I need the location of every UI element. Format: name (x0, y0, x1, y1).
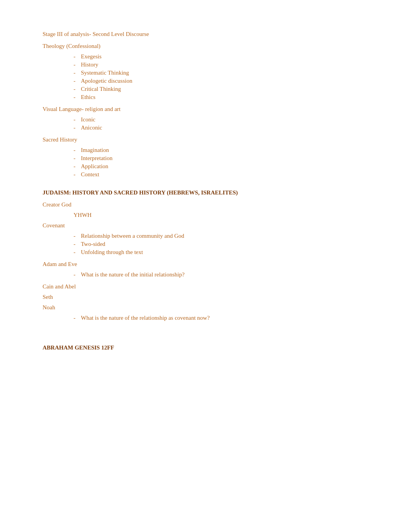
list-item: -Application (74, 163, 372, 170)
adam-eve-block: Adam and Eve -What is the nature of the … (43, 261, 372, 278)
abraham-block: ABRAHAM GENESIS 12FF (43, 344, 372, 351)
dash-icon: - (74, 86, 75, 92)
dash-icon: - (74, 78, 75, 84)
list-item: -History (74, 61, 372, 68)
theology-block: Theology (Confessional) -Exegesis -Histo… (43, 43, 372, 101)
dash-icon: - (74, 53, 75, 60)
stage-heading: Stage III of analysis- Second Level Disc… (43, 31, 372, 38)
list-item: -Critical Thinking (74, 86, 372, 92)
judaism-heading-block: JUDAISM: HISTORY AND SACRED HISTORY (HEB… (43, 189, 372, 196)
adam-eve-list: -What is the nature of the initial relat… (43, 271, 372, 278)
sacred-history-list: -Imagination -Interpretation -Applicatio… (43, 147, 372, 178)
list-item: -Systematic Thinking (74, 70, 372, 76)
dash-icon: - (74, 124, 75, 131)
dash-icon: - (74, 155, 75, 162)
sacred-history-heading: Sacred History (43, 136, 372, 143)
list-item: -Imagination (74, 147, 372, 153)
noah-block: Noah -What is the nature of the relation… (43, 304, 372, 321)
dash-icon: - (74, 171, 75, 178)
dash-icon: - (74, 147, 75, 153)
adam-eve-heading: Adam and Eve (43, 261, 372, 268)
list-item: -Exegesis (74, 53, 372, 60)
cain-abel-heading: Cain and Abel (43, 283, 372, 290)
list-item: -Interpretation (74, 155, 372, 162)
dash-icon: - (74, 241, 75, 247)
theology-list: -Exegesis -History -Systematic Thinking … (43, 53, 372, 101)
stage-heading-block: Stage III of analysis- Second Level Disc… (43, 31, 372, 38)
list-item: -Context (74, 171, 372, 178)
list-item: -Unfolding through the text (74, 249, 372, 256)
judaism-heading: JUDAISM: HISTORY AND SACRED HISTORY (HEB… (43, 189, 372, 196)
theology-heading: Theology (Confessional) (43, 43, 372, 49)
visual-language-block: Visual Language- religion and art -Iconi… (43, 106, 372, 131)
noah-heading: Noah (43, 304, 372, 311)
list-item: -Two-sided (74, 241, 372, 247)
dash-icon: - (74, 70, 75, 76)
noah-list: -What is the nature of the relationship … (43, 315, 372, 321)
sacred-history-block: Sacred History -Imagination -Interpretat… (43, 136, 372, 178)
list-item: -Aniconic (74, 124, 372, 131)
seth-heading: Seth (43, 294, 372, 300)
list-item: -Relationship between a community and Go… (74, 233, 372, 239)
list-item: -Iconic (74, 116, 372, 123)
seth-block: Seth (43, 294, 372, 300)
dash-icon: - (74, 94, 75, 101)
list-item: -Ethics (74, 94, 372, 101)
yhwh-label: YHWH (43, 212, 372, 218)
list-item: -What is the nature of the initial relat… (74, 271, 372, 278)
dash-icon: - (74, 249, 75, 256)
covenant-heading: Covenant (43, 222, 372, 229)
dash-icon: - (74, 233, 75, 239)
creator-god-block: Creator God YHWH (43, 201, 372, 218)
page-content: Stage III of analysis- Second Level Disc… (43, 31, 372, 351)
creator-god-heading: Creator God (43, 201, 372, 208)
dash-icon: - (74, 116, 75, 123)
covenant-block: Covenant -Relationship between a communi… (43, 222, 372, 256)
list-item: -What is the nature of the relationship … (74, 315, 372, 321)
visual-language-list: -Iconic -Aniconic (43, 116, 372, 131)
cain-abel-block: Cain and Abel (43, 283, 372, 290)
dash-icon: - (74, 271, 75, 278)
dash-icon: - (74, 163, 75, 170)
dash-icon: - (74, 61, 75, 68)
abraham-heading: ABRAHAM GENESIS 12FF (43, 344, 372, 351)
dash-icon: - (74, 315, 75, 321)
covenant-list: -Relationship between a community and Go… (43, 233, 372, 256)
list-item: -Apologetic discussion (74, 78, 372, 84)
visual-language-heading: Visual Language- religion and art (43, 106, 372, 113)
